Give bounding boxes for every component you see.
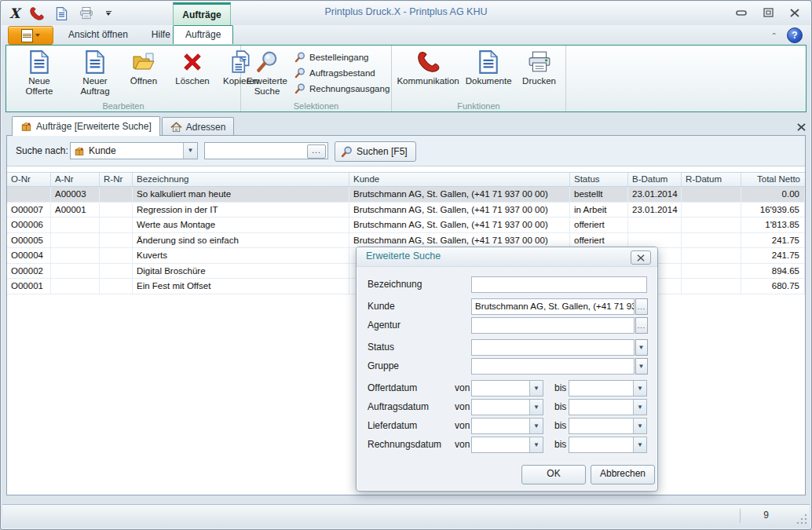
table-row[interactable]: O00006Werte aus MontageBrutschmann AG, S… xyxy=(7,217,805,233)
table-cell: A00003 xyxy=(51,187,100,202)
window-controls xyxy=(735,7,801,18)
field-label: Offertdatum xyxy=(368,382,417,393)
doctab-adressen[interactable]: Adressen xyxy=(162,117,235,136)
dialog-close-button[interactable] xyxy=(631,250,651,265)
chevron-down-icon[interactable]: ▼ xyxy=(633,400,646,415)
dokumente-button[interactable]: Dokumente xyxy=(463,48,515,86)
table-cell: 0.00 xyxy=(741,187,805,202)
close-icon[interactable] xyxy=(788,7,801,18)
chevron-down-icon[interactable]: ▼ xyxy=(529,400,543,415)
chevron-down-icon[interactable]: ▼ xyxy=(529,419,543,433)
column-header[interactable]: R-Datum xyxy=(682,173,741,186)
erweiterte-suche-button[interactable]: Erweiterte Suche xyxy=(243,48,291,97)
column-header[interactable]: R-Nr xyxy=(100,173,133,186)
resize-grip[interactable] xyxy=(796,514,807,525)
collapse-ribbon-icon[interactable]: ⌃ xyxy=(771,32,777,39)
column-header[interactable]: B-Datum xyxy=(628,173,682,186)
minimize-icon[interactable] xyxy=(735,7,748,18)
gruppe-select[interactable] xyxy=(471,358,635,375)
phone-icon xyxy=(415,49,441,75)
chevron-down-icon[interactable]: ▼ xyxy=(635,339,648,356)
button-label: Erweiterte Suche xyxy=(246,76,288,97)
date-from-select[interactable]: ▼ xyxy=(471,399,543,415)
maximize-icon[interactable] xyxy=(762,7,774,18)
tab-ansicht-oeffnen[interactable]: Ansicht öffnen xyxy=(57,25,140,45)
drucken-button[interactable]: Drucken xyxy=(515,48,564,86)
column-header[interactable]: Total Netto xyxy=(741,173,805,186)
new-order-document-icon xyxy=(85,49,105,75)
column-header[interactable]: Kunde xyxy=(349,173,570,186)
table-row[interactable]: A00003So kalkuliert man heuteBrutschmann… xyxy=(7,187,805,203)
chevron-down-icon[interactable]: ▼ xyxy=(529,437,543,452)
date-from-select[interactable]: ▼ xyxy=(471,418,543,434)
doctab-auftraege-erweiterte-suche[interactable]: Aufträge [Erweiterte Suche] xyxy=(12,116,160,136)
date-from-select[interactable]: ▼ xyxy=(471,380,543,397)
date-to-select[interactable]: ▼ xyxy=(569,418,647,434)
bezeichnung-input[interactable] xyxy=(471,276,647,293)
chevron-down-icon[interactable]: ▼ xyxy=(529,381,543,396)
search-input[interactable]: ... xyxy=(204,142,328,159)
close-pane-icon[interactable] xyxy=(797,123,806,131)
rechnungsausgang-item[interactable]: Rechnungsausgang xyxy=(294,83,390,94)
column-header[interactable]: Status xyxy=(570,173,628,186)
date-from-select[interactable]: ▼ xyxy=(471,437,543,453)
date-to-select[interactable]: ▼ xyxy=(569,437,647,453)
column-header[interactable]: Bezeichnung xyxy=(133,173,349,186)
chevron-down-icon[interactable]: ▼ xyxy=(633,381,646,396)
table-cell xyxy=(100,233,133,248)
table-cell xyxy=(100,279,133,294)
tab-auftraege[interactable]: Aufträge xyxy=(173,25,233,44)
bis-label: bis xyxy=(554,382,566,393)
bestelleingang-item[interactable]: Bestelleingang xyxy=(294,52,390,63)
status-separator xyxy=(740,509,741,523)
date-to-select[interactable]: ▼ xyxy=(569,399,647,415)
field-label: Gruppe xyxy=(368,360,399,371)
agentur-input[interactable] xyxy=(471,317,635,334)
status-select[interactable] xyxy=(471,339,635,356)
date-to-select[interactable]: ▼ xyxy=(569,380,647,397)
table-cell xyxy=(51,248,100,263)
loeschen-button[interactable]: Löschen xyxy=(168,48,217,86)
search-label: Suche nach: xyxy=(16,145,68,156)
cancel-button[interactable]: Abbrechen xyxy=(591,465,655,484)
search-icon xyxy=(294,68,305,79)
table-cell xyxy=(51,264,100,279)
search-button[interactable]: Suchen [F5] xyxy=(335,141,416,162)
column-header[interactable]: A-Nr xyxy=(51,173,100,186)
table-cell: A00001 xyxy=(51,203,100,217)
oeffnen-button[interactable]: Öffnen xyxy=(119,48,168,86)
doctab-label: Aufträge [Erweiterte Suche] xyxy=(36,121,152,132)
agentur-browse-button[interactable]: ... xyxy=(635,317,648,334)
search-field-selector[interactable]: Kunde ▼ xyxy=(70,142,198,159)
dialog-title-bar[interactable]: Erweiterte Suche xyxy=(357,247,657,267)
help-icon[interactable]: ? xyxy=(787,27,803,43)
chevron-down-icon[interactable]: ▼ xyxy=(633,419,646,433)
button-label: Dokumente xyxy=(466,76,512,86)
table-cell: O00002 xyxy=(7,264,51,279)
chevron-down-icon[interactable]: ▼ xyxy=(633,437,646,452)
package-icon xyxy=(74,146,85,156)
neue-offerte-button[interactable]: Neue Offerte xyxy=(8,48,71,97)
table-header: O-Nr A-Nr R-Nr Bezeichnung Kunde Status … xyxy=(7,172,805,187)
application-menu-button[interactable] xyxy=(8,26,53,45)
kunde-input[interactable]: Brutschmann AG, St. Gallen, (+41 71 937 xyxy=(471,298,635,315)
field-label: Auftragsdatum xyxy=(368,401,429,412)
table-cell: Regression in der IT xyxy=(133,203,349,217)
browse-button[interactable]: ... xyxy=(307,144,326,159)
ribbon-tab-row: Ansicht öffnen Hilfe Aufträge ⌃ ? xyxy=(2,25,810,45)
chevron-down-icon[interactable]: ▼ xyxy=(635,358,648,375)
auftragsbestand-item[interactable]: Auftragsbestand xyxy=(294,68,390,79)
status-bar: 9 xyxy=(2,504,810,527)
kommunikation-button[interactable]: Kommunikation xyxy=(393,48,462,86)
neuer-auftrag-button[interactable]: Neuer Auftrag xyxy=(71,48,119,97)
ok-button[interactable]: OK xyxy=(521,465,586,484)
chevron-down-icon[interactable]: ▼ xyxy=(183,143,197,159)
search-icon xyxy=(294,52,305,63)
table-row[interactable]: O00007A00001Regression in der ITBrutschm… xyxy=(7,203,805,218)
column-header[interactable]: O-Nr xyxy=(7,173,51,186)
app-window: X Printplus Druck.X - Printplus AG KHU A… xyxy=(0,0,812,530)
kunde-browse-button[interactable]: ... xyxy=(635,298,648,315)
table-cell xyxy=(682,264,741,279)
table-cell: in Arbeit xyxy=(570,203,628,217)
delete-icon xyxy=(182,49,203,75)
